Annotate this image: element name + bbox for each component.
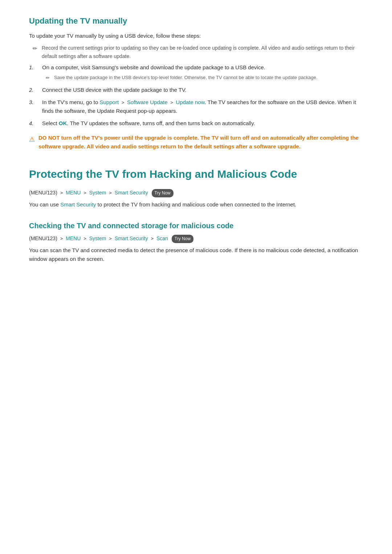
- ok-text: OK: [59, 120, 67, 126]
- intro-text: To update your TV manually by using a US…: [29, 32, 363, 40]
- breadcrumb-arrow-1: >: [60, 190, 63, 196]
- step-3-num: 3.: [29, 98, 36, 107]
- step-2-content: Connect the USB device with the update p…: [42, 86, 187, 94]
- step-1-subnote: ✏ Save the update package in the USB dev…: [46, 74, 318, 82]
- step-3-text-before: In the TV's menu, go to: [42, 99, 100, 105]
- checking-tv-subsection: Checking the TV and connected storage fo…: [29, 220, 363, 263]
- system-link[interactable]: System: [89, 190, 108, 196]
- checking-tv-title: Checking the TV and connected storage fo…: [29, 220, 363, 231]
- support-link[interactable]: Support: [100, 99, 119, 105]
- protecting-body: You can use Smart Security to protect th…: [29, 200, 363, 209]
- software-update-link[interactable]: Software Update: [127, 99, 168, 105]
- smart-security-inline-link[interactable]: Smart Security: [60, 201, 96, 208]
- checking-arrow-2: >: [83, 236, 86, 241]
- step-1-text: On a computer, visit Samsung's website a…: [42, 64, 265, 70]
- step-3: 3. In the TV's menu, go to Support > Sof…: [29, 98, 363, 115]
- step-2-num: 2.: [29, 86, 36, 94]
- try-now-badge-1[interactable]: Try Now: [152, 189, 173, 197]
- step-1: 1. On a computer, visit Samsung's websit…: [29, 63, 363, 82]
- step-4-num: 4.: [29, 119, 36, 128]
- step-3-content: In the TV's menu, go to Support > Softwa…: [42, 98, 363, 115]
- checking-arrow-1: >: [60, 236, 63, 241]
- pencil-icon: ✏: [33, 44, 37, 53]
- updating-tv-title: Updating the TV manually: [29, 15, 363, 27]
- update-now-link[interactable]: Update now: [176, 99, 204, 105]
- checking-system-link[interactable]: System: [89, 235, 108, 241]
- pre-note: ✏ Record the current settings prior to u…: [33, 44, 363, 60]
- protecting-breadcrumb: (MENU/123) > MENU > System > Smart Secur…: [29, 189, 363, 197]
- step-1-subnote-text: Save the update package in the USB devic…: [54, 74, 318, 82]
- pre-note-text: Record the current settings prior to upd…: [42, 44, 363, 60]
- try-now-badge-2[interactable]: Try Now: [172, 235, 193, 243]
- breadcrumb-menu-123: (MENU/123): [29, 190, 59, 196]
- scan-link[interactable]: Scan: [156, 235, 170, 241]
- arrow-2: >: [169, 100, 175, 105]
- steps-list: 1. On a computer, visit Samsung's websit…: [29, 63, 363, 128]
- warning-triangle-icon: ⚠: [29, 134, 35, 145]
- smart-security-link-breadcrumb[interactable]: Smart Security: [115, 190, 150, 196]
- protecting-tv-title: Protecting the TV from Hacking and Malic…: [29, 165, 363, 183]
- checking-menu-123: (MENU/123): [29, 235, 59, 241]
- step-4: 4. Select OK. The TV updates the softwar…: [29, 119, 363, 128]
- menu-link[interactable]: MENU: [66, 190, 82, 196]
- warning-text: DO NOT turn off the TV's power until the…: [38, 134, 363, 151]
- checking-body: You can scan the TV and connected media …: [29, 246, 363, 263]
- checking-arrow-3: >: [109, 236, 112, 241]
- warning-block: ⚠ DO NOT turn off the TV's power until t…: [29, 134, 363, 151]
- checking-arrow-4: >: [151, 236, 154, 241]
- step-2-text: Connect the USB device with the update p…: [42, 87, 187, 93]
- arrow-1: >: [120, 100, 126, 105]
- step-4-text-before: Select: [42, 120, 59, 126]
- breadcrumb-arrow-3: >: [109, 190, 112, 196]
- step-1-content: On a computer, visit Samsung's website a…: [42, 63, 318, 82]
- protecting-tv-section: Protecting the TV from Hacking and Malic…: [29, 165, 363, 263]
- step-4-content: Select OK. The TV updates the software, …: [42, 119, 255, 128]
- updating-tv-section: Updating the TV manually To update your …: [29, 15, 363, 151]
- checking-smart-security-link[interactable]: Smart Security: [115, 235, 150, 241]
- checking-breadcrumb: (MENU/123) > MENU > System > Smart Secur…: [29, 234, 363, 243]
- step-2: 2. Connect the USB device with the updat…: [29, 86, 363, 94]
- checking-menu-link[interactable]: MENU: [66, 235, 82, 241]
- breadcrumb-arrow-2: >: [83, 190, 86, 196]
- step-1-num: 1.: [29, 63, 36, 72]
- pencil-icon-2: ✏: [46, 74, 50, 82]
- step-4-text-after: . The TV updates the software, turns off…: [67, 120, 255, 126]
